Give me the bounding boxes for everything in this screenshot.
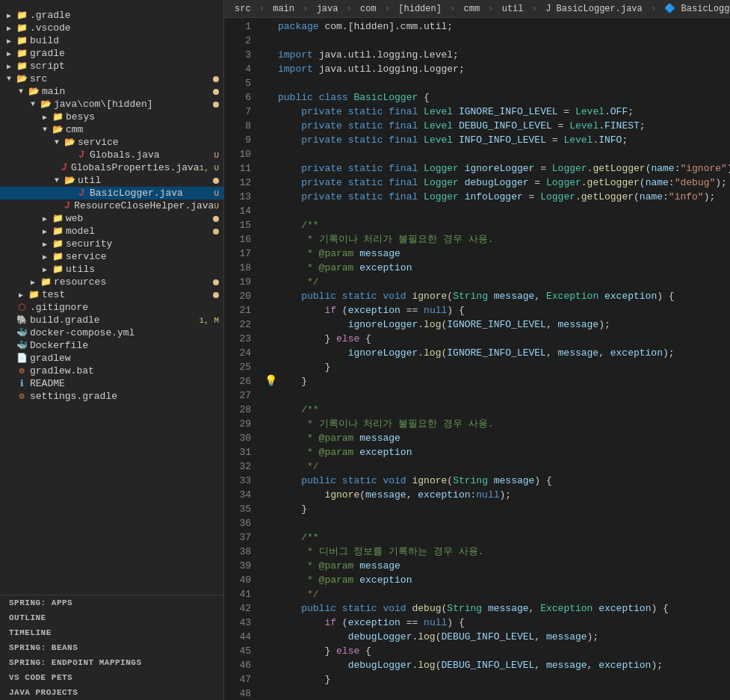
line-number: 11 [224, 161, 251, 176]
sidebar-item-src[interactable]: ▼📂src [0, 72, 223, 85]
sidebar-item-gradlew-bat[interactable]: ⚙gradlew.bat [0, 365, 223, 377]
change-dot [213, 76, 219, 82]
code-content: * 디버그 정보를 기록하는 경우 사용. [278, 545, 484, 559]
bottom-panel-outline[interactable]: OUTLINE [0, 610, 223, 625]
code-line: debugLogger.log(DEBUG_INFO_LEVEL, messag… [265, 658, 730, 672]
code-line: private static final Logger ignoreLogger… [265, 161, 730, 176]
line-number: 38 [224, 545, 251, 559]
code-content: /** [278, 403, 319, 417]
bottom-panel-spring--beans[interactable]: SPRING: BEANS [0, 640, 223, 655]
folder-icon: 📁 [51, 213, 64, 224]
bottom-panel-spring--endpoint-mappings[interactable]: SPRING: ENDPOINT MAPPINGS [0, 655, 223, 670]
line-number: 36 [224, 516, 251, 530]
sidebar-item-gradle[interactable]: ▶📁.gradle [0, 9, 223, 22]
editor: src › main › java › com › [hidden] › cmm… [224, 0, 730, 700]
code-content: if (exception == null) { [278, 616, 465, 630]
bottom-panel-spring--apps[interactable]: SPRING: APPS [0, 595, 223, 610]
line-number: 37 [224, 530, 251, 545]
line-number: 27 [224, 388, 251, 403]
sidebar-item-service2[interactable]: ▶📁service [0, 250, 223, 263]
code-content: * @param exception [278, 445, 412, 459]
breadcrumb-part: com [360, 4, 377, 14]
code-line: } else { [265, 332, 730, 346]
code-line: * 기록이나 처리가 불필요한 경우 사용. [265, 417, 730, 431]
tree-item-label: gradlew [30, 353, 223, 364]
git-badge: 1, U [199, 164, 219, 173]
sidebar-item-settings-gradle[interactable]: ⚙settings.gradle [0, 390, 223, 403]
code-line [265, 687, 730, 700]
code-content: * @param message [278, 559, 400, 573]
code-line: 💡 } [265, 374, 730, 388]
code-area[interactable]: package com.[hidden].cmm.util;import jav… [259, 18, 730, 700]
sidebar-tree: ▶📁.gradle▶📁.vscode▶📁build▶📁gradle▶📁scrip… [0, 9, 223, 595]
sidebar-item-build-gradle[interactable]: 🐘build.gradle1, M [0, 314, 223, 326]
sidebar-item-globals-java[interactable]: JGlobals.javaU [0, 149, 223, 161]
tree-item-label: web [66, 213, 213, 224]
sidebar-item-main[interactable]: ▼📂main [0, 85, 223, 98]
sidebar-item-utils[interactable]: ▶📁utils [0, 263, 223, 276]
code-line: public class BasicLogger { [265, 90, 730, 105]
sidebar-item-model[interactable]: ▶📁model [0, 225, 223, 238]
sidebar-item-dockerfile[interactable]: 🐳Dockerfile [0, 339, 223, 352]
code-content: private static final Level INFO_INFO_LEV… [278, 133, 628, 147]
sidebar-item-readme[interactable]: ℹREADME [0, 377, 223, 390]
main-layout: ▶📁.gradle▶📁.vscode▶📁build▶📁gradle▶📁scrip… [0, 0, 730, 700]
sidebar-item-basic-logger[interactable]: JBasicLogger.javaU [0, 187, 223, 199]
bottom-panel-java-projects[interactable]: JAVA PROJECTS [0, 685, 223, 700]
java-icon: J [59, 163, 69, 173]
code-line: public static void ignore(String message… [265, 289, 730, 303]
sidebar-item-docker-compose[interactable]: 🐳docker-compose.yml [0, 326, 223, 339]
tree-item-label: .gitignore [30, 302, 223, 313]
code-line: } else { [265, 644, 730, 658]
breadcrumb-sep: › [445, 4, 461, 14]
bottom-panels: SPRING: APPSOUTLINETIMELINESPRING: BEANS… [0, 595, 223, 700]
sidebar-item-build[interactable]: ▶📁build [0, 34, 223, 47]
bottom-panel-timeline[interactable]: TIMELINE [0, 625, 223, 640]
line-number: 1 [224, 19, 251, 34]
code-line: * 디버그 정보를 기록하는 경우 사용. [265, 545, 730, 559]
code-line: ignoreLogger.log(IGNORE_INFO_LEVEL, mess… [265, 346, 730, 360]
gutter-icon: 💡 [265, 374, 278, 388]
tree-arrow: ▶ [3, 24, 15, 33]
sidebar-item-web[interactable]: ▶📁web [0, 212, 223, 225]
sidebar-item-script[interactable]: ▶📁script [0, 60, 223, 72]
sidebar-item-test[interactable]: ▶📁test [0, 288, 223, 301]
sidebar-item-resource-close[interactable]: JResourceCloseHelper.javaU [0, 199, 223, 212]
sidebar-item-globals-props[interactable]: JGlobalsProperties.java1, U [0, 161, 223, 174]
gradle-icon: 🐘 [15, 315, 28, 326]
sidebar-item-util[interactable]: ▼📂util [0, 174, 223, 187]
code-content: */ [278, 587, 319, 601]
code-content: if (exception == null) { [278, 303, 465, 318]
code-line: debugLogger.log(DEBUG_INFO_LEVEL, messag… [265, 630, 730, 644]
change-dot [213, 102, 219, 108]
code-content: private static final Logger debugLogger … [278, 176, 727, 190]
git-badge: U [214, 202, 219, 211]
sidebar-item-gradle2[interactable]: ▶📁gradle [0, 47, 223, 60]
breadcrumb: src › main › java › com › [hidden] › cmm… [224, 0, 730, 18]
tree-arrow: ▶ [39, 265, 51, 274]
breadcrumb-sep: › [646, 4, 662, 14]
code-line: if (exception == null) { [265, 616, 730, 630]
code-line: * @param exception [265, 445, 730, 459]
sidebar-item-security[interactable]: ▶📁security [0, 238, 223, 250]
sidebar-item-gitignore[interactable]: ⬡.gitignore [0, 301, 223, 314]
change-dot [213, 279, 219, 285]
code-line: public static void debug(String message,… [265, 601, 730, 616]
code-line: if (exception == null) { [265, 303, 730, 318]
code-line: } [265, 672, 730, 687]
code-line: * @param message [265, 431, 730, 445]
folder-icon: 📁 [15, 35, 28, 46]
code-content: public static void ignore(String message… [278, 289, 675, 303]
code-line: import java.util.logging.Logger; [265, 62, 730, 76]
sidebar-item-resources[interactable]: ▶📁resources [0, 276, 223, 288]
sidebar-item-vscode[interactable]: ▶📁.vscode [0, 22, 223, 34]
breadcrumb-part: main [273, 4, 294, 14]
sidebar-item-service[interactable]: ▼📂service [0, 136, 223, 149]
sidebar-item-besys[interactable]: ▶📁besys [0, 111, 223, 123]
sidebar-item-cmm[interactable]: ▼📂cmm [0, 123, 223, 136]
breadcrumb-part: 🔷 BasicLogger [664, 4, 730, 14]
sidebar-item-gradlew[interactable]: 📄gradlew [0, 352, 223, 365]
bottom-panel-vs-code-pets[interactable]: VS CODE PETS [0, 670, 223, 685]
sidebar-item-java-com[interactable]: ▼📂java\com\[hidden] [0, 98, 223, 111]
code-content: private static final Level DEBUG_INFO_LE… [278, 119, 646, 133]
